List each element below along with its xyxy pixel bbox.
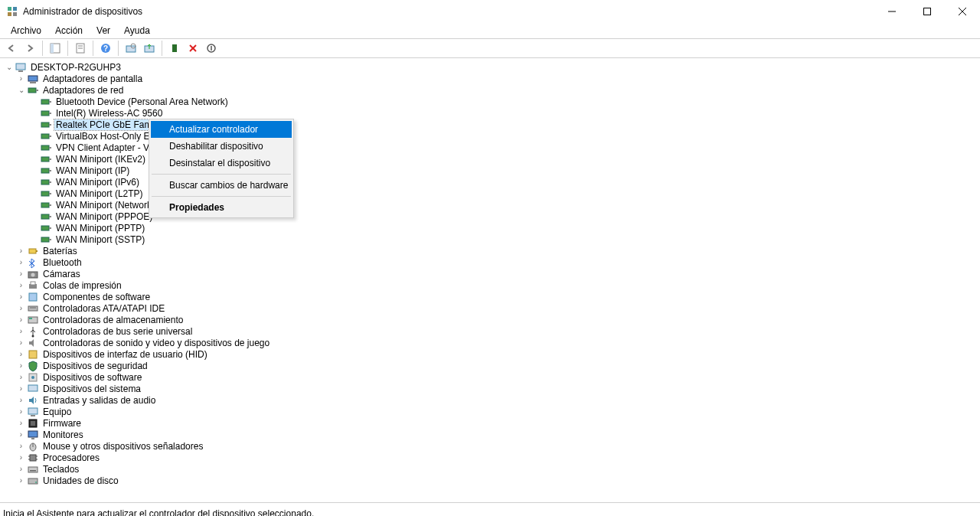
net-device-sstp[interactable]: WAN Miniport (SSTP) [0, 234, 980, 245]
expand-icon[interactable]: › [17, 373, 25, 381]
category-network[interactable]: ⌄Adaptadores de red [0, 84, 980, 96]
help-button[interactable]: ? [97, 40, 114, 57]
expand-icon[interactable]: › [17, 384, 25, 393]
svg-rect-55 [36, 250, 38, 252]
net-device-vpn[interactable]: VPN Client Adapter - VPN2 [0, 142, 980, 153]
category-softwarecomp[interactable]: ›Componentes de software [0, 291, 980, 302]
device-label: WAN Miniport (L2TP) [54, 188, 145, 199]
expand-icon[interactable]: › [17, 74, 25, 83]
ctx-disable-device[interactable]: Deshabilitar dispositivo [151, 138, 292, 155]
net-device-vbox[interactable]: VirtualBox Host-Only Ethern [0, 130, 980, 142]
separator [152, 174, 291, 175]
collapse-icon[interactable]: ⌄ [17, 86, 25, 94]
category-system[interactable]: ›Dispositivos del sistema [0, 383, 980, 394]
net-device-ip[interactable]: WAN Miniport (IP) [0, 165, 980, 176]
category-processors[interactable]: ›Procesadores [0, 452, 980, 463]
expand-icon[interactable]: › [17, 465, 25, 473]
menu-archivo[interactable]: Archivo [5, 24, 47, 37]
category-storage[interactable]: ›Controladoras de almacenamiento [0, 314, 980, 325]
category-security[interactable]: ›Dispositivos de seguridad [0, 360, 980, 371]
expand-icon[interactable]: › [17, 453, 25, 462]
expand-icon[interactable]: › [17, 327, 25, 335]
device-label: Intel(R) Wireless-AC 9560 [54, 108, 164, 119]
separator [152, 196, 291, 197]
category-batteries[interactable]: ›Baterías [0, 245, 980, 256]
net-device-pppoe[interactable]: WAN Miniport (PPPOE) [0, 211, 980, 222]
net-device-realtek[interactable]: Realtek PCIe GbE Family Co [0, 119, 980, 130]
update-driver-button[interactable] [141, 40, 158, 57]
category-display[interactable]: ›Adaptadores de pantalla [0, 73, 980, 84]
enable-button[interactable] [166, 40, 183, 57]
show-hide-tree-button[interactable] [47, 40, 64, 57]
category-firmware[interactable]: ›Firmware [0, 417, 980, 429]
category-audio[interactable]: ›Entradas y salidas de audio [0, 394, 980, 406]
network-adapter-icon [40, 153, 52, 165]
svg-rect-78 [30, 455, 36, 461]
ctx-scan-hardware[interactable]: Buscar cambios de hardware [151, 177, 292, 194]
ctx-update-driver[interactable]: Actualizar controlador [151, 121, 292, 138]
svg-rect-60 [29, 293, 37, 301]
category-disks[interactable]: ›Unidades de disco [0, 475, 980, 486]
net-device-ikev2[interactable]: WAN Miniport (IKEv2) [0, 153, 980, 165]
expand-icon[interactable]: › [17, 361, 25, 370]
expand-icon[interactable]: › [17, 396, 25, 404]
category-computer[interactable]: ›Equipo [0, 406, 980, 417]
svg-point-68 [31, 376, 34, 379]
net-device-pptp[interactable]: WAN Miniport (PPTP) [0, 222, 980, 234]
category-usb[interactable]: ›Controladoras de bus serie universal [0, 325, 980, 337]
uninstall-button[interactable] [185, 40, 201, 57]
expand-icon[interactable]: › [17, 407, 25, 416]
net-device-bt[interactable]: Bluetooth Device (Personal Area Network) [0, 96, 980, 107]
menu-ver[interactable]: Ver [90, 24, 116, 37]
category-mice[interactable]: ›Mouse y otros dispositivos señaladores [0, 440, 980, 452]
sound-icon [27, 337, 39, 349]
expand-icon[interactable]: › [17, 258, 25, 266]
network-adapter-icon [40, 199, 52, 211]
expand-icon[interactable]: › [17, 247, 25, 255]
expand-icon[interactable]: › [17, 315, 25, 324]
ctx-properties[interactable]: Propiedades [151, 199, 292, 216]
category-keyboards[interactable]: ›Teclados [0, 463, 980, 475]
close-button[interactable] [945, 0, 980, 23]
collapse-icon[interactable]: ⌄ [5, 63, 13, 71]
expand-icon[interactable]: › [17, 281, 25, 289]
expand-icon[interactable]: › [17, 442, 25, 450]
expand-icon[interactable]: › [17, 350, 25, 358]
expand-icon[interactable]: › [17, 292, 25, 301]
back-button[interactable] [3, 40, 20, 57]
category-softwaredev[interactable]: ›Dispositivos de software [0, 371, 980, 383]
net-device-intel[interactable]: Intel(R) Wireless-AC 9560 [0, 107, 980, 119]
svg-rect-48 [41, 214, 49, 219]
category-monitors[interactable]: ›Monitores [0, 429, 980, 440]
svg-text:?: ? [103, 44, 108, 53]
properties-button[interactable] [72, 40, 89, 57]
expand-icon[interactable]: › [17, 269, 25, 278]
net-device-l2tp[interactable]: WAN Miniport (L2TP) [0, 188, 980, 199]
category-bluetooth[interactable]: ›Bluetooth [0, 256, 980, 268]
expand-icon[interactable]: › [17, 304, 25, 312]
disable-button[interactable] [203, 40, 220, 57]
network-adapter-icon [40, 176, 52, 188]
category-sound[interactable]: ›Controladoras de sonido y video y dispo… [0, 337, 980, 348]
net-device-ipv6[interactable]: WAN Miniport (IPv6) [0, 176, 980, 188]
category-hid[interactable]: ›Dispositivos de interfaz de usuario (HI… [0, 348, 980, 360]
category-printqueues[interactable]: ›Colas de impresión [0, 279, 980, 291]
net-device-netmon[interactable]: WAN Miniport (Network Monitor) [0, 199, 980, 211]
expand-icon[interactable]: › [17, 476, 25, 485]
scan-hardware-button[interactable] [122, 40, 139, 57]
app-icon [6, 5, 18, 18]
minimize-button[interactable] [874, 0, 910, 23]
menu-accion[interactable]: Acción [49, 24, 89, 37]
expand-icon[interactable]: › [17, 430, 25, 439]
category-ide[interactable]: ›Controladoras ATA/ATAPI IDE [0, 302, 980, 314]
ctx-uninstall-device[interactable]: Desinstalar el dispositivo [151, 155, 292, 171]
menu-ayuda[interactable]: Ayuda [118, 24, 156, 37]
tree-root[interactable]: ⌄ DESKTOP-R2GUHP3 [0, 61, 980, 73]
expand-icon[interactable]: › [17, 419, 25, 427]
device-label: WAN Miniport (IP) [54, 165, 131, 176]
maximize-button[interactable] [910, 0, 945, 23]
category-cameras[interactable]: ›Cámaras [0, 268, 980, 279]
mouse-icon [27, 440, 39, 452]
expand-icon[interactable]: › [17, 338, 25, 347]
forward-button[interactable] [21, 40, 38, 57]
